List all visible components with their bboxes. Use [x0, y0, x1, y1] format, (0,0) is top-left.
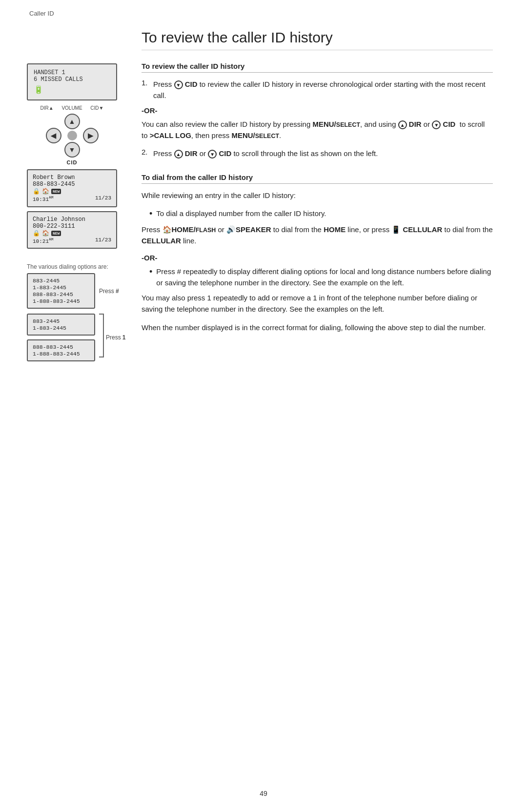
nav-down-btn[interactable]: ▼	[64, 142, 80, 158]
new-badge-2: NEW	[51, 231, 61, 236]
para1: You may also press 1 repeatedly to add o…	[142, 292, 493, 315]
dir-label: DIR▲	[41, 105, 54, 111]
step-1: 1. Press ▼ CID to review the caller ID h…	[142, 79, 493, 101]
section1-heading: To review the caller ID history	[142, 62, 493, 73]
cid-entry-1: Robert Brown 888-883-2445 🔒 🏠 NEW 10:31A…	[27, 169, 117, 207]
or-block-1: -OR-	[142, 106, 493, 115]
cid-date-2: 11/23	[95, 237, 111, 244]
handset-screen: HANDSET 1 6 MISSED CALLS 🔋	[27, 63, 117, 100]
dial-box-hash: 883-2445 1-883-2445 888-883-2445 1-888-8…	[27, 273, 95, 309]
dial-group-press-hash: 883-2445 1-883-2445 888-883-2445 1-888-8…	[27, 273, 134, 309]
dial-line-4b: 1-888-883-2445	[33, 351, 89, 357]
dial-line-1a: 883-2445	[33, 318, 89, 324]
cid-bottom-label: CID	[67, 159, 78, 165]
dial-line-3b: 888-883-2445	[33, 344, 89, 350]
cid-time-val-2: 10:21AM	[33, 237, 54, 244]
cid-time-val-1: 10:31AM	[33, 195, 54, 202]
cid-down-nav-icon2: ▼	[432, 120, 441, 129]
dial-line-3: 888-883-2445	[33, 291, 89, 297]
cid-icons-2: 🔒 🏠 NEW	[33, 230, 111, 237]
dial-options-label: The various dialing options are:	[27, 263, 134, 270]
bullet-text-1: To dial a displayed number from the call…	[156, 208, 326, 219]
dial-boxes-stacked: 883-2445 1-883-2445 888-883-2445 1-888-8…	[27, 314, 95, 361]
bracket-right	[99, 314, 104, 357]
home-icon-2: 🏠	[42, 230, 49, 237]
lock-icon-1: 🔒	[33, 188, 40, 195]
bullet-item-1: • To dial a displayed number from the ca…	[149, 208, 493, 220]
battery-icon: 🔋	[34, 85, 110, 95]
new-badge-1: NEW	[51, 189, 61, 194]
home-icon-1: 🏠	[42, 188, 49, 195]
bullet-item-2: • Press # repeatedly to display differen…	[149, 266, 493, 289]
cell-icon-inline: 📱	[391, 225, 401, 234]
section2-intro: While reviewing an entry in the caller I…	[142, 190, 493, 201]
dial-group-press-1: 883-2445 1-883-2445 888-883-2445 1-888-8…	[27, 314, 134, 361]
cid-down-nav-icon: ▼	[174, 80, 183, 89]
or-para-1: You can also review the caller ID histor…	[142, 119, 493, 141]
nav-left-btn[interactable]: ◀	[46, 128, 61, 143]
volume-label: VOLUME	[61, 105, 82, 111]
cid-top-label: CID▼	[90, 105, 103, 111]
section2: To dial from the caller ID history While…	[142, 173, 493, 333]
handset-line1: HANDSET 1	[34, 69, 110, 76]
cid-time-1: 10:31AM 11/23	[33, 195, 111, 202]
control-area: DIR▲ VOLUME CID▼ ◀ ▲ ▼ ▶ CID	[27, 105, 117, 165]
dial-box-1b: 888-883-2445 1-888-883-2445	[27, 339, 95, 361]
nav-up-btn[interactable]: ▲	[64, 114, 80, 129]
page-number: 49	[260, 790, 267, 797]
cid-date-1: 11/23	[95, 195, 111, 202]
or-block-2: -OR-	[142, 254, 493, 262]
cid-name-1: Robert Brown	[33, 174, 111, 181]
dial-line-2a: 1-883-2445	[33, 325, 89, 331]
bullet-dot-1: •	[149, 208, 152, 220]
bullet-text-2: Press # repeatedly to display different …	[156, 266, 493, 289]
step-1-num: 1.	[142, 79, 151, 87]
breadcrumb: Caller ID	[29, 10, 54, 17]
press-1-label: Press 1	[106, 334, 125, 341]
dir-up-nav-icon: ▲	[398, 120, 407, 129]
dial-line-1: 883-2445	[33, 277, 89, 284]
step-1-text: Press ▼ CID to review the caller ID hist…	[153, 79, 493, 101]
ctrl-labels: DIR▲ VOLUME CID▼	[41, 105, 104, 111]
speaker-icon-inline: 🔊	[226, 225, 236, 234]
para2: When the number displayed is in the corr…	[142, 322, 493, 333]
step-2-num: 2.	[142, 148, 151, 156]
dial-line-4: 1-888-883-2445	[33, 298, 89, 304]
nav-cluster: ◀ ▲ ▼ ▶	[46, 114, 99, 158]
press-hash-label: Press #	[99, 288, 119, 295]
bullet-dot-2: •	[149, 266, 152, 278]
section2-heading: To dial from the caller ID history	[142, 173, 493, 184]
cid-num-2: 800-222-3111	[33, 223, 111, 230]
cid-time-2: 10:21AM 11/23	[33, 237, 111, 244]
dial-line-2: 1-883-2445	[33, 284, 89, 291]
cid-icons-1: 🔒 🏠 NEW	[33, 188, 111, 195]
bullet-block: • To dial a displayed number from the ca…	[149, 208, 493, 220]
step-2-text: Press ▲ DIR or ▼ CID to scroll through t…	[153, 148, 493, 159]
handset-line2: 6 MISSED CALLS	[34, 76, 110, 83]
nav-right-btn[interactable]: ▶	[83, 128, 99, 143]
left-panel: HANDSET 1 6 MISSED CALLS 🔋 DIR▲ VOLUME C…	[27, 63, 134, 366]
dial-box-1a: 883-2445 1-883-2445	[27, 314, 95, 336]
cid-num-1: 888-883-2445	[33, 181, 111, 188]
cid-down-nav-icon3: ▼	[208, 150, 217, 158]
dir-up-nav-icon2: ▲	[174, 150, 183, 158]
cid-name-2: Charlie Johnson	[33, 216, 111, 223]
home-icon-inline: 🏠	[162, 225, 172, 234]
nav-center-btn[interactable]	[67, 131, 77, 140]
press-block: Press 🏠HOME/FLASH or 🔊SPEAKER to dial fr…	[142, 224, 493, 247]
lock-icon-2: 🔒	[33, 230, 40, 237]
bullet-block-2: • Press # repeatedly to display differen…	[149, 266, 493, 289]
step-2: 2. Press ▲ DIR or ▼ CID to scroll throug…	[142, 148, 493, 159]
main-content: To review the caller ID history To revie…	[142, 29, 493, 340]
cid-entry-2: Charlie Johnson 800-222-3111 🔒 🏠 NEW 10:…	[27, 211, 117, 249]
page-title: To review the caller ID history	[142, 29, 493, 50]
